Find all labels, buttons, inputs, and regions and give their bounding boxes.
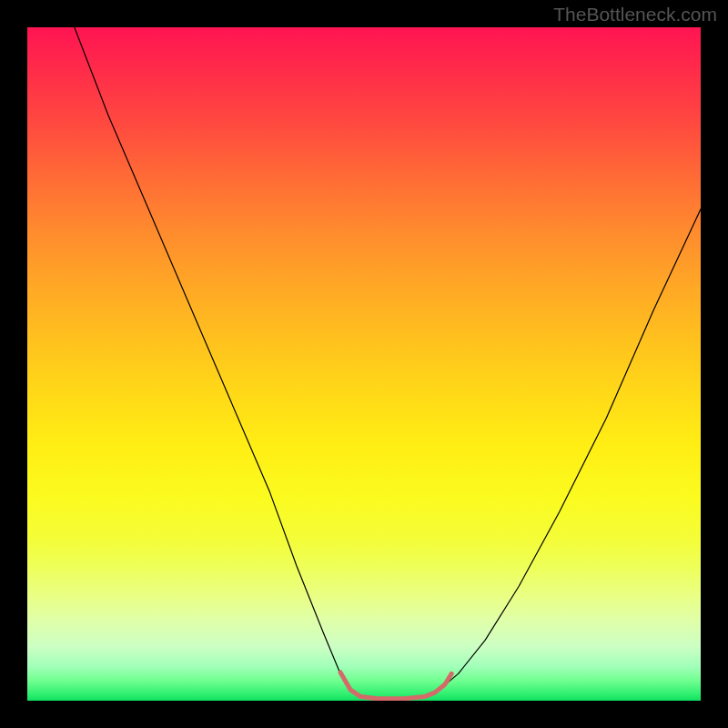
watermark-text: TheBottleneck.com [553, 4, 717, 25]
series-left-curve [75, 27, 350, 691]
chart-plot-area [27, 27, 701, 701]
chart-svg [27, 27, 701, 701]
series-bottom-highlight [340, 672, 451, 699]
series-right-curve [438, 209, 701, 691]
